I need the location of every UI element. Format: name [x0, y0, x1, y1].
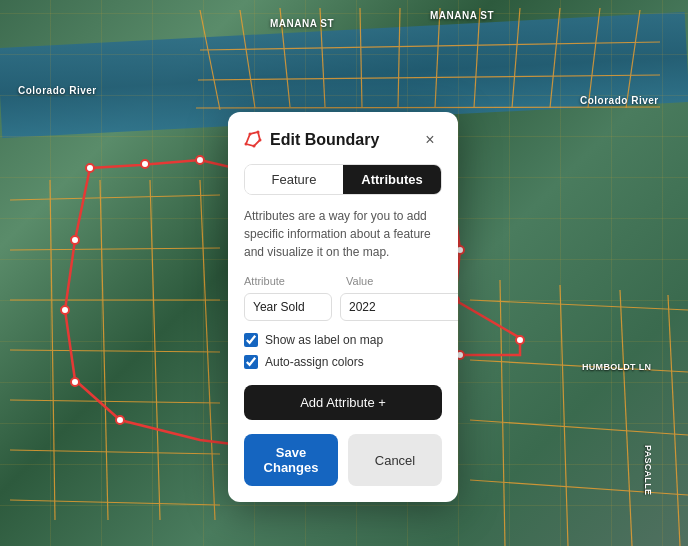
svg-line-30 [500, 280, 505, 546]
modal-body: Attributes are a way for you to add spec… [228, 207, 458, 502]
svg-point-47 [116, 416, 124, 424]
svg-line-25 [200, 180, 215, 520]
attribute-col-header: Attribute [244, 275, 334, 287]
cancel-button[interactable]: Cancel [348, 434, 442, 486]
modal-close-button[interactable]: × [418, 128, 442, 152]
svg-line-15 [10, 195, 220, 200]
svg-line-10 [588, 8, 600, 108]
modal-title: Edit Boundary [270, 131, 410, 149]
svg-line-33 [668, 295, 680, 546]
svg-line-0 [200, 10, 220, 110]
svg-line-7 [474, 8, 480, 108]
map-label-humboldt: HUMBOLDT LN [582, 362, 651, 372]
svg-point-48 [71, 378, 79, 386]
attribute-row [244, 293, 442, 321]
svg-point-55 [253, 144, 256, 147]
svg-point-52 [249, 132, 252, 135]
svg-line-11 [626, 10, 640, 108]
add-attribute-button[interactable]: Add Attribute + [244, 385, 442, 420]
svg-line-16 [10, 248, 220, 250]
map-label-manana-st-1: MANANA ST [270, 18, 334, 29]
svg-line-12 [200, 42, 660, 50]
map-label-pascalle: PASCALLE [643, 445, 653, 495]
svg-line-20 [10, 450, 220, 454]
tab-feature[interactable]: Feature [245, 165, 343, 194]
svg-line-27 [470, 360, 688, 372]
svg-line-31 [560, 285, 568, 546]
show-label-checkbox-label: Show as label on map [265, 333, 383, 347]
svg-line-14 [196, 107, 660, 108]
modal-header: Edit Boundary × [228, 112, 458, 164]
svg-line-21 [10, 500, 220, 505]
map-label-manana-st-2: MANANA ST [430, 10, 494, 21]
svg-line-18 [10, 350, 220, 352]
svg-line-1 [240, 10, 255, 108]
svg-point-49 [61, 306, 69, 314]
svg-line-29 [470, 480, 688, 495]
show-label-checkbox[interactable] [244, 333, 258, 347]
svg-line-32 [620, 290, 632, 546]
map-label-colorado-river-1: Colorado River [18, 85, 97, 96]
attribute-column-headers: Attribute Value [244, 275, 442, 287]
svg-point-50 [71, 236, 79, 244]
attributes-description: Attributes are a way for you to add spec… [244, 207, 442, 261]
svg-line-26 [470, 300, 688, 310]
modal-tabs: Feature Attributes [244, 164, 442, 195]
svg-line-5 [398, 8, 400, 108]
auto-assign-checkbox[interactable] [244, 355, 258, 369]
svg-point-54 [259, 138, 262, 141]
boundary-icon [244, 130, 262, 151]
auto-assign-checkbox-label: Auto-assign colors [265, 355, 364, 369]
save-changes-button[interactable]: Save Changes [244, 434, 338, 486]
show-label-checkbox-row: Show as label on map [244, 333, 442, 347]
value-col-header: Value [346, 275, 442, 287]
svg-point-53 [257, 130, 260, 133]
action-buttons: Save Changes Cancel [244, 434, 442, 486]
svg-line-6 [435, 8, 440, 108]
map-label-colorado-river-2: Colorado River [580, 95, 659, 106]
svg-point-51 [245, 142, 248, 145]
svg-line-24 [150, 180, 160, 520]
svg-point-34 [86, 164, 94, 172]
svg-line-8 [512, 8, 520, 108]
svg-point-35 [141, 160, 149, 168]
attribute-name-input[interactable] [244, 293, 332, 321]
attribute-value-input[interactable] [340, 293, 458, 321]
svg-line-19 [10, 400, 220, 403]
tab-attributes[interactable]: Attributes [343, 165, 441, 194]
svg-line-4 [360, 8, 362, 108]
svg-line-13 [198, 75, 660, 80]
edit-boundary-modal: Edit Boundary × Feature Attributes Attri… [228, 112, 458, 502]
svg-point-36 [196, 156, 204, 164]
svg-line-23 [100, 180, 108, 520]
svg-point-43 [516, 336, 524, 344]
auto-assign-checkbox-row: Auto-assign colors [244, 355, 442, 369]
svg-line-9 [550, 8, 560, 108]
